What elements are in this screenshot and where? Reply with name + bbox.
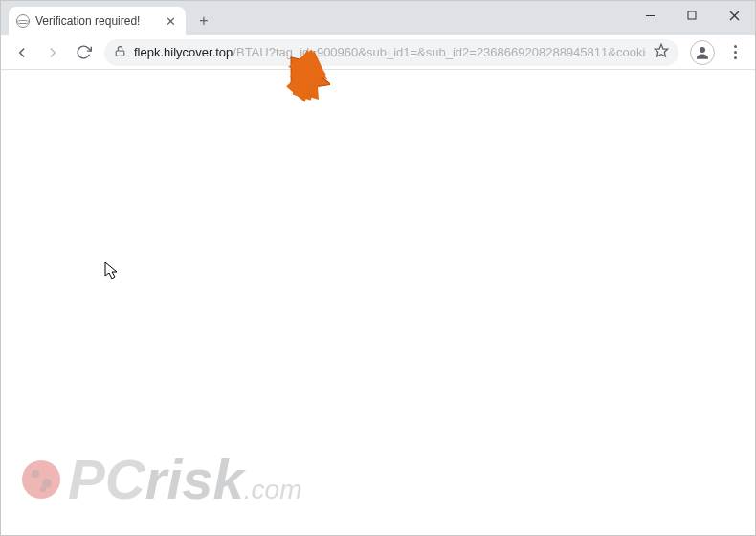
url-path: /BTAU?tag_id=900960&sub_id1=&sub_id2=236… [233,45,646,59]
svg-rect-4 [116,50,124,55]
browser-toolbar: flepk.hilycover.top/BTAU?tag_id=900960&s… [1,35,755,70]
svg-rect-1 [688,11,696,19]
profile-avatar[interactable] [690,40,715,65]
close-window-button[interactable] [713,1,755,30]
page-content [1,70,755,535]
bookmark-star-icon[interactable] [654,43,669,62]
address-bar[interactable]: flepk.hilycover.top/BTAU?tag_id=900960&s… [104,39,678,66]
back-button[interactable] [9,39,35,66]
maximize-button[interactable] [671,1,713,30]
forward-button[interactable] [39,39,66,66]
reload-button[interactable] [70,39,97,66]
close-tab-icon[interactable]: ✕ [164,13,178,30]
kebab-menu-icon[interactable] [723,39,747,66]
browser-tab[interactable]: Verification required! ✕ [9,7,186,35]
window-titlebar: Verification required! ✕ + [1,1,755,35]
minimize-button[interactable] [629,1,671,30]
window-controls [629,1,755,30]
lock-icon [114,44,126,61]
svg-marker-5 [655,44,667,56]
new-tab-button[interactable]: + [191,9,216,34]
url-host: flepk.hilycover.top [134,45,233,59]
tab-title: Verification required! [35,14,140,28]
svg-point-6 [700,47,705,53]
globe-icon [16,14,30,28]
url-text: flepk.hilycover.top/BTAU?tag_id=900960&s… [134,45,646,59]
